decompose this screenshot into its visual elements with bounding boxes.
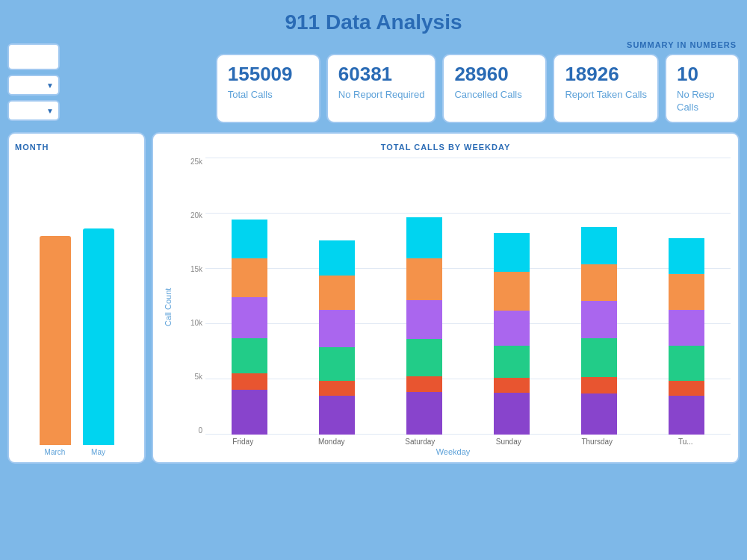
x-label-tu: Tu... bbox=[648, 438, 724, 446]
month-panel-title: MONTH bbox=[15, 143, 49, 152]
stacked-segment bbox=[232, 220, 267, 258]
stacked-segment bbox=[581, 264, 617, 302]
stacked-segment bbox=[319, 310, 355, 347]
x-axis-title: Weekday bbox=[176, 447, 731, 456]
stacked-bar-rect bbox=[319, 240, 355, 435]
bars-group bbox=[205, 158, 731, 435]
weekday-bar-monday bbox=[300, 240, 374, 435]
stacked-segment bbox=[669, 381, 704, 396]
stacked-segment bbox=[319, 396, 355, 435]
stacked-segment bbox=[232, 373, 267, 390]
y-tick: 25k bbox=[190, 158, 202, 166]
stacked-segment bbox=[319, 240, 355, 276]
stacked-bar-rect bbox=[232, 220, 267, 435]
stacked-segment bbox=[319, 347, 355, 381]
filter-input-box bbox=[7, 43, 60, 70]
y-tick: 15k bbox=[190, 265, 202, 273]
y-tick: 5k bbox=[194, 373, 202, 381]
x-label-monday: Monday bbox=[294, 438, 370, 446]
dropdown-2[interactable]: ▼ bbox=[7, 100, 60, 121]
summary-desc-no-res: No Resp Calls bbox=[677, 89, 728, 114]
stacked-segment bbox=[669, 310, 704, 346]
month-bar-march: March bbox=[40, 236, 71, 456]
summary-card-no-report: 60381 No Report Required bbox=[326, 54, 437, 123]
stacked-segment bbox=[669, 238, 704, 274]
weekday-bar-friday bbox=[213, 220, 287, 435]
summary-number-report-taken: 18926 bbox=[565, 63, 647, 86]
stacked-segment bbox=[494, 378, 530, 393]
y-axis-label: Call Count bbox=[161, 158, 176, 456]
stacked-bar-rect bbox=[406, 217, 442, 435]
dropdown-1[interactable]: ▼ bbox=[7, 75, 60, 96]
stacked-segment bbox=[669, 346, 704, 381]
x-axis-labels: FridayMondaySaturdaySundayThursdayTu... bbox=[176, 438, 731, 446]
stacked-segment bbox=[406, 217, 442, 258]
y-axis-ticks: 25k20k15k10k5k0 bbox=[176, 158, 205, 435]
stacked-segment bbox=[581, 377, 617, 393]
month-bar-label-march: March bbox=[45, 448, 66, 456]
stacked-segment bbox=[232, 297, 267, 338]
summary-desc-total-calls: Total Calls bbox=[228, 89, 309, 102]
stacked-bar-rect bbox=[494, 233, 530, 435]
weekday-bar-saturday bbox=[388, 217, 462, 435]
month-bar-label-may: May bbox=[91, 448, 105, 456]
summary-number-no-report: 60381 bbox=[338, 63, 425, 86]
summary-number-total-calls: 155009 bbox=[228, 63, 309, 86]
stacked-segment bbox=[406, 339, 442, 376]
stacked-segment bbox=[669, 396, 704, 435]
chart-bars-area: 25k20k15k10k5k0 bbox=[176, 158, 731, 435]
weekday-bar-tu bbox=[649, 237, 723, 435]
weekday-bar-sunday bbox=[474, 233, 548, 435]
weekday-bar-thursday bbox=[562, 227, 636, 435]
stacked-segment bbox=[494, 272, 530, 311]
summary-number-no-res: 10 bbox=[677, 63, 728, 86]
summary-label: SUMMARY IN NUMBERS bbox=[627, 40, 737, 49]
summary-card-no-res: 10 No Resp Calls bbox=[665, 54, 740, 123]
stacked-bar-rect bbox=[669, 237, 704, 435]
stacked-segment bbox=[581, 393, 617, 435]
stacked-segment bbox=[669, 274, 704, 310]
stacked-segment bbox=[232, 390, 267, 435]
summary-cards-row: 155009 Total Calls 60381 No Report Requi… bbox=[216, 54, 740, 123]
stacked-segment bbox=[581, 301, 617, 338]
stacked-segment bbox=[494, 311, 530, 346]
weekday-chart-area: Call Count 25k20k15k10k5k0 FridayMondayS… bbox=[161, 158, 731, 456]
month-bar-rect-may bbox=[83, 228, 114, 445]
summary-desc-cancelled: Cancelled Calls bbox=[454, 89, 535, 102]
stacked-segment bbox=[581, 227, 617, 264]
x-label-thursday: Thursday bbox=[560, 438, 635, 446]
month-bar-chart: MarchMay bbox=[34, 158, 120, 456]
weekday-panel-title: TOTAL CALLS BY WEEKDAY bbox=[161, 143, 731, 152]
chevron-down-icon-1: ▼ bbox=[46, 81, 54, 90]
summary-section: SUMMARY IN NUMBERS 155009 Total Calls 60… bbox=[67, 40, 740, 123]
sidebar-controls: ▼ ▼ bbox=[7, 40, 60, 121]
stacked-segment bbox=[406, 300, 442, 339]
month-bar-may: May bbox=[83, 228, 114, 456]
x-label-saturday: Saturday bbox=[382, 438, 458, 446]
stacked-bar-rect bbox=[581, 227, 617, 435]
stacked-segment bbox=[232, 258, 267, 297]
stacked-segment bbox=[494, 393, 530, 435]
weekday-panel: TOTAL CALLS BY WEEKDAY Call Count 25k20k… bbox=[152, 132, 740, 464]
page-title: 911 Data Analysis bbox=[0, 0, 747, 40]
x-label-friday: Friday bbox=[205, 438, 281, 446]
stacked-segment bbox=[581, 338, 617, 377]
stacked-segment bbox=[406, 392, 442, 435]
stacked-segment bbox=[494, 233, 530, 272]
stacked-segment bbox=[406, 376, 442, 392]
chevron-down-icon-2: ▼ bbox=[46, 107, 54, 115]
summary-card-report-taken: 18926 Report Taken Calls bbox=[553, 54, 659, 123]
stacked-segment bbox=[494, 346, 530, 378]
x-label-sunday: Sunday bbox=[471, 438, 547, 446]
month-bar-rect-march bbox=[40, 236, 71, 445]
summary-desc-report-taken: Report Taken Calls bbox=[565, 89, 647, 102]
stacked-segment bbox=[319, 276, 355, 311]
summary-number-cancelled: 28960 bbox=[454, 63, 535, 86]
summary-card-cancelled: 28960 Cancelled Calls bbox=[442, 54, 547, 123]
y-tick: 10k bbox=[190, 319, 202, 327]
summary-desc-no-report: No Report Required bbox=[338, 89, 425, 102]
y-tick: 0 bbox=[198, 426, 202, 435]
month-panel: MONTH MarchMay bbox=[7, 132, 146, 464]
stacked-segment bbox=[232, 338, 267, 373]
stacked-segment bbox=[406, 258, 442, 301]
